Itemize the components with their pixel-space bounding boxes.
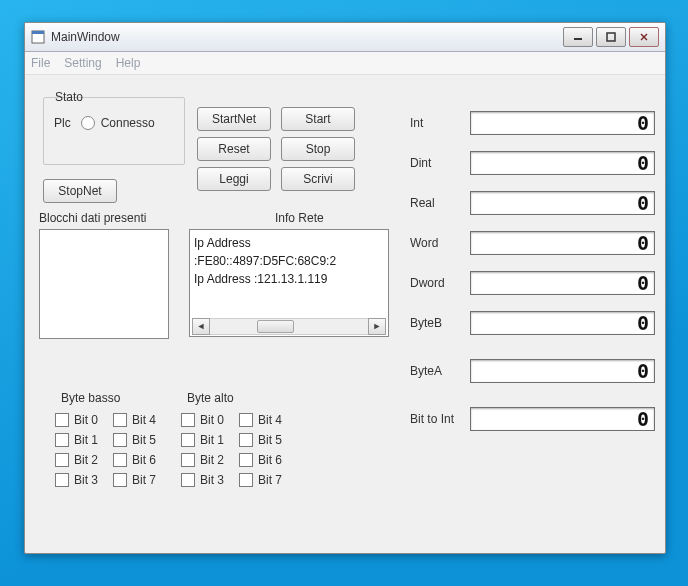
real-value: 0 <box>470 191 655 215</box>
byte-basso-bit2[interactable]: Bit 2 <box>55 453 107 467</box>
main-window: MainWindow File Setting Help Stato Plc C… <box>24 22 666 554</box>
byteb-row: ByteB0 <box>410 311 655 335</box>
svg-rect-1 <box>32 31 44 34</box>
blocchi-label: Blocchi dati presenti <box>39 211 146 225</box>
stop-button[interactable]: Stop <box>281 137 355 161</box>
horizontal-scrollbar[interactable]: ◄ ► <box>192 319 386 334</box>
stato-group: Stato Plc Connesso <box>43 97 185 165</box>
byte-alto-bit6[interactable]: Bit 6 <box>239 453 291 467</box>
dword-value: 0 <box>470 271 655 295</box>
scroll-right-icon[interactable]: ► <box>368 318 386 335</box>
bit-to-int-label: Bit to Int <box>410 412 470 426</box>
word-value: 0 <box>470 231 655 255</box>
byte-alto-label: Byte alto <box>187 391 234 405</box>
byte-basso-bit1[interactable]: Bit 1 <box>55 433 107 447</box>
menu-file[interactable]: File <box>31 56 50 70</box>
svg-rect-3 <box>607 33 615 41</box>
byte-basso-bit4[interactable]: Bit 4 <box>113 413 165 427</box>
bytea-label: ByteA <box>410 364 470 378</box>
window-title: MainWindow <box>51 30 563 44</box>
byte-alto-bit2[interactable]: Bit 2 <box>181 453 233 467</box>
connesso-label: Connesso <box>101 116 155 130</box>
menu-help[interactable]: Help <box>116 56 141 70</box>
minimize-button[interactable] <box>563 27 593 47</box>
titlebar[interactable]: MainWindow <box>25 23 665 52</box>
word-row: Word0 <box>410 231 655 255</box>
startnet-button[interactable]: StartNet <box>197 107 271 131</box>
int-value: 0 <box>470 111 655 135</box>
stopnet-button[interactable]: StopNet <box>43 179 117 203</box>
real-row: Real0 <box>410 191 655 215</box>
leggi-button[interactable]: Leggi <box>197 167 271 191</box>
scrivi-button[interactable]: Scrivi <box>281 167 355 191</box>
bytea-row: ByteA0 <box>410 359 655 383</box>
byte-basso-bit6[interactable]: Bit 6 <box>113 453 165 467</box>
info-line: Ip Address :121.13.1.119 <box>194 270 384 288</box>
menubar: File Setting Help <box>25 52 665 75</box>
plc-label: Plc <box>54 116 71 130</box>
dint-label: Dint <box>410 156 470 170</box>
menu-setting[interactable]: Setting <box>64 56 101 70</box>
dint-row: Dint0 <box>410 151 655 175</box>
byte-alto-bit4[interactable]: Bit 4 <box>239 413 291 427</box>
word-label: Word <box>410 236 470 250</box>
int-label: Int <box>410 116 470 130</box>
radio-icon <box>81 116 95 130</box>
byte-basso-label: Byte basso <box>61 391 120 405</box>
byte-alto-bit7[interactable]: Bit 7 <box>239 473 291 487</box>
maximize-button[interactable] <box>596 27 626 47</box>
app-icon <box>31 30 45 44</box>
byteb-value: 0 <box>470 311 655 335</box>
byte-basso-bit7[interactable]: Bit 7 <box>113 473 165 487</box>
dint-value: 0 <box>470 151 655 175</box>
scroll-left-icon[interactable]: ◄ <box>192 318 210 335</box>
byteb-label: ByteB <box>410 316 470 330</box>
bit-to-int-value: 0 <box>470 407 655 431</box>
byte-basso-bit3[interactable]: Bit 3 <box>55 473 107 487</box>
client-area: Stato Plc Connesso StopNet StartNet Star… <box>25 75 665 553</box>
byte-alto-bit5[interactable]: Bit 5 <box>239 433 291 447</box>
byte-alto-bit3[interactable]: Bit 3 <box>181 473 233 487</box>
info-rete-box[interactable]: Ip Address :FE80::4897:D5FC:68C9:2 Ip Ad… <box>189 229 389 337</box>
info-rete-label: Info Rete <box>275 211 324 225</box>
dword-row: Dword0 <box>410 271 655 295</box>
real-label: Real <box>410 196 470 210</box>
start-button[interactable]: Start <box>281 107 355 131</box>
blocchi-list[interactable] <box>39 229 169 339</box>
int-row: Int0 <box>410 111 655 135</box>
dword-label: Dword <box>410 276 470 290</box>
close-button[interactable] <box>629 27 659 47</box>
reset-button[interactable]: Reset <box>197 137 271 161</box>
byte-alto-bit1[interactable]: Bit 1 <box>181 433 233 447</box>
scroll-track[interactable] <box>210 318 368 335</box>
bytea-value: 0 <box>470 359 655 383</box>
info-line: Ip Address :FE80::4897:D5FC:68C9:2 <box>194 234 384 270</box>
byte-basso-bit0[interactable]: Bit 0 <box>55 413 107 427</box>
byte-alto-bit0[interactable]: Bit 0 <box>181 413 233 427</box>
bit-to-int-row: Bit to Int0 <box>410 407 655 431</box>
scroll-thumb[interactable] <box>257 320 294 333</box>
byte-basso-bit5[interactable]: Bit 5 <box>113 433 165 447</box>
connesso-radio[interactable]: Connesso <box>81 116 155 130</box>
